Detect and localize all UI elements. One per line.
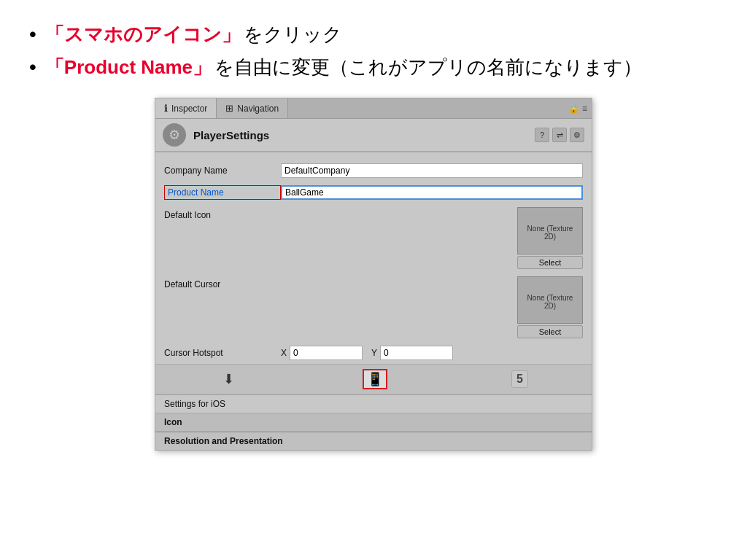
tab-bar: ℹ Inspector ⊞ Navigation 🔒 ≡ (155, 98, 592, 119)
menu-icon[interactable]: ≡ (582, 104, 587, 114)
default-cursor-select-btn[interactable]: Select (517, 325, 583, 338)
default-icon-select-btn[interactable]: Select (517, 256, 583, 269)
y-coord-label: Y (371, 348, 377, 358)
company-name-label: Company Name (164, 166, 281, 176)
default-icon-label: Default Icon (164, 207, 281, 220)
settings-gear-icon: ⚙ (163, 123, 186, 147)
platform-row: ⬇ 📱 5 (155, 364, 592, 394)
x-coord-input[interactable] (290, 346, 363, 360)
bullet1-suffix: をクリック (244, 22, 342, 47)
company-name-input[interactable] (281, 163, 583, 178)
bullet-item-2: 「Product Name」 を自由に変更（これがアプリの名前になります） (29, 55, 718, 80)
icon-subsection-header[interactable]: Icon (155, 413, 592, 432)
company-name-row: Company Name (155, 160, 592, 182)
header-icons: ? ⇌ ⚙ (535, 128, 584, 142)
icon-subsection-label: Icon (164, 417, 182, 427)
panel-header: ⚙ PlayerSettings ? ⇌ ⚙ (155, 119, 592, 152)
y-coord-input[interactable] (380, 346, 453, 360)
settings-for-ios-text: Settings for iOS (164, 399, 225, 409)
bullet2-suffix: を自由に変更（これがアプリの名前になります） (214, 55, 642, 80)
default-cursor-area: None (Texture 2D) Select (281, 276, 583, 338)
default-icon-texture: None (Texture 2D) (517, 207, 583, 254)
default-icon-texture-text: None (Texture 2D) (521, 225, 579, 241)
cursor-hotspot-label: Cursor Hotspot (164, 348, 281, 358)
settings-for-ios-header: Settings for iOS (155, 394, 592, 413)
navigation-icon: ⊞ (225, 103, 233, 114)
platform-download-btn[interactable]: ⬇ (219, 369, 239, 389)
inspector-icon: ℹ (164, 103, 168, 114)
bullet-item-1: 「スマホのアイコン」 をクリック (29, 22, 718, 47)
default-cursor-texture: None (Texture 2D) (517, 276, 583, 324)
panel-title: PlayerSettings (193, 129, 527, 141)
page-content: 「スマホのアイコン」 をクリック 「Product Name」 を自由に変更（こ… (0, 0, 747, 465)
default-cursor-row: Default Cursor None (Texture 2D) Select (155, 273, 592, 342)
help-icon-btn[interactable]: ? (535, 128, 549, 142)
hotspot-x-group: X (281, 346, 363, 360)
tab-inspector[interactable]: ℹ Inspector (155, 98, 217, 118)
resolution-subsection-label: Resolution and Presentation (164, 436, 283, 446)
tab-navigation[interactable]: ⊞ Navigation (217, 98, 288, 118)
tab-inspector-label: Inspector (171, 104, 207, 114)
bullet1-prefix: 「スマホのアイコン」 (45, 22, 241, 47)
default-icon-row: Default Icon None (Texture 2D) Select (155, 203, 592, 273)
lock-icon[interactable]: 🔒 (568, 104, 579, 114)
tab-spacer: 🔒 ≡ (288, 98, 592, 118)
product-name-input[interactable] (281, 185, 583, 200)
cursor-hotspot-row: Cursor Hotspot X Y (155, 342, 592, 364)
default-icon-area: None (Texture 2D) Select (281, 207, 583, 269)
instruction-list: 「スマホのアイコン」 をクリック 「Product Name」 を自由に変更（こ… (29, 22, 718, 80)
hotspot-y-group: Y (371, 346, 453, 360)
x-coord-label: X (281, 348, 287, 358)
default-cursor-texture-text: None (Texture 2D) (521, 294, 579, 310)
bullet2-prefix: 「Product Name」 (45, 55, 212, 80)
resolution-subsection-header[interactable]: Resolution and Presentation (155, 432, 592, 450)
platform-mobile-btn[interactable]: 📱 (363, 369, 387, 389)
default-cursor-label: Default Cursor (164, 276, 281, 289)
tab-navigation-label: Navigation (237, 104, 279, 114)
product-name-label: Product Name (164, 185, 281, 200)
platform-html5-btn[interactable]: 5 (511, 370, 528, 388)
section-spacer-top (155, 152, 592, 160)
settings-icon-btn[interactable]: ⚙ (570, 128, 584, 142)
unity-inspector-panel: ℹ Inspector ⊞ Navigation 🔒 ≡ ⚙ PlayerSet… (155, 98, 592, 451)
layout-icon-btn[interactable]: ⇌ (552, 128, 567, 142)
product-name-row: Product Name (155, 182, 592, 203)
